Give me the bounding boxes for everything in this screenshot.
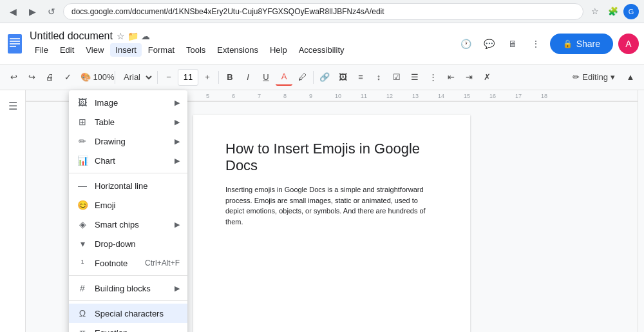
browser-icons: ☆ 🧩 G xyxy=(587,4,639,19)
building-blocks-label: Building blocks xyxy=(95,284,168,293)
image-insert-button[interactable]: 🖼 xyxy=(334,69,351,86)
doc-title-row: Untitled document ☆ 📁 ☁ xyxy=(30,30,350,42)
menu-item-smart-chips[interactable]: ◈ Smart chips ▶ xyxy=(69,215,187,234)
link-button[interactable]: 🔗 xyxy=(316,69,333,86)
svg-text:15: 15 xyxy=(464,93,470,99)
document-body[interactable]: Inserting emojis in Google Docs is a sim… xyxy=(225,184,438,227)
increase-indent-button[interactable]: ⇥ xyxy=(460,69,477,86)
chevron-down-icon: ▾ xyxy=(611,72,615,82)
doc-title[interactable]: Untitled document xyxy=(30,30,113,42)
font-size-area: − + xyxy=(160,69,216,86)
menu-item-horizontal-line[interactable]: — Horizontal line xyxy=(69,176,187,195)
menu-accessibility[interactable]: Accessibility xyxy=(294,43,350,57)
left-sidebar: ☰ xyxy=(0,90,26,332)
menu-item-equation[interactable]: π Equation xyxy=(69,323,187,332)
svg-text:18: 18 xyxy=(541,93,547,99)
app-header: Untitled document ☆ 📁 ☁ File Edit View I… xyxy=(0,23,644,64)
emoji-menu-icon: 😊 xyxy=(77,199,88,211)
history-icon[interactable]: 🕐 xyxy=(457,35,475,53)
svg-text:9: 9 xyxy=(309,93,312,99)
paint-format-button[interactable]: 🎨 xyxy=(77,69,94,86)
font-size-input[interactable] xyxy=(178,69,198,86)
docs-logo xyxy=(5,32,24,56)
highlight-button[interactable]: 🖊 xyxy=(294,69,310,86)
right-scrollbar[interactable] xyxy=(638,90,644,332)
menu-item-special-characters[interactable]: Ω Special characters xyxy=(69,304,187,323)
menu-view[interactable]: View xyxy=(80,43,109,57)
outline-icon[interactable]: ☰ xyxy=(3,95,23,116)
equation-menu-icon: π xyxy=(77,327,88,332)
spellcheck-button[interactable]: ✓ xyxy=(59,69,76,86)
decrease-font-button[interactable]: − xyxy=(160,69,177,86)
menu-file[interactable]: File xyxy=(30,43,53,57)
main-area: ☰ 1 2 3 4 5 6 7 8 9 10 11 12 13 14 xyxy=(0,90,644,332)
move-icon[interactable]: 📁 xyxy=(128,31,138,41)
document-title[interactable]: How to Insert Emojis in Google Docs xyxy=(225,141,438,174)
forward-button[interactable]: ▶ xyxy=(24,4,40,19)
star-icon[interactable]: ☆ xyxy=(117,31,125,41)
back-button[interactable]: ◀ xyxy=(5,4,21,19)
browser-bar: ◀ ▶ ↺ docs.google.com/document/d/1KNSbe4… xyxy=(0,0,644,23)
zoom-button[interactable]: 100% xyxy=(95,69,112,86)
menu-item-footnote[interactable]: ¹ Footnote Ctrl+Alt+F xyxy=(69,253,187,273)
svg-rect-2 xyxy=(10,41,20,42)
font-family-select[interactable]: Arial xyxy=(118,69,155,86)
address-bar[interactable]: docs.google.com/document/d/1KNSbe4xEry2U… xyxy=(63,3,583,20)
editing-mode-button[interactable]: ✏ Editing ▾ xyxy=(565,69,622,85)
clear-formatting-button[interactable]: ✗ xyxy=(478,69,495,86)
increase-font-button[interactable]: + xyxy=(199,69,216,86)
menu-item-drawing[interactable]: ✏ Drawing ▶ xyxy=(69,132,187,151)
smart-menu-icon: ◈ xyxy=(77,219,88,230)
decrease-indent-button[interactable]: ⇤ xyxy=(442,69,459,86)
svg-text:7: 7 xyxy=(258,93,261,99)
bold-button[interactable]: B xyxy=(222,69,238,86)
checklist-button[interactable]: ☑ xyxy=(388,69,405,86)
menu-insert[interactable]: Insert xyxy=(110,43,142,57)
menu-item-building-blocks[interactable]: # Building blocks ▶ xyxy=(69,278,187,298)
line-spacing-button[interactable]: ↕ xyxy=(370,69,387,86)
menu-item-chart[interactable]: 📊 Chart ▶ xyxy=(69,151,187,170)
divider-2 xyxy=(157,71,158,84)
profile-icon[interactable]: G xyxy=(623,4,639,19)
underline-button[interactable]: U xyxy=(258,69,274,86)
menu-item-table[interactable]: ⊞ Table ▶ xyxy=(69,112,187,132)
extensions-icon[interactable]: 🧩 xyxy=(605,4,621,19)
menu-extensions[interactable]: Extensions xyxy=(212,43,263,57)
table-label: Table xyxy=(95,117,168,127)
divider-4 xyxy=(313,71,314,84)
text-color-button[interactable]: A xyxy=(276,69,292,86)
italic-button[interactable]: I xyxy=(240,69,256,86)
bookmark-star-icon[interactable]: ☆ xyxy=(587,4,603,19)
chat-icon[interactable]: 💬 xyxy=(480,35,498,53)
hr-menu-icon: — xyxy=(77,180,88,191)
svg-text:13: 13 xyxy=(412,93,419,99)
menu-item-dropdown[interactable]: ▾ Drop-down xyxy=(69,234,187,253)
divider-c xyxy=(69,300,187,301)
more-icon[interactable]: ⋮ xyxy=(527,35,545,53)
align-left-button[interactable]: ≡ xyxy=(352,69,369,86)
menu-item-emoji[interactable]: 😊 Emoji xyxy=(69,195,187,215)
equation-label: Equation xyxy=(95,328,180,333)
share-button[interactable]: 🔒 Share xyxy=(550,34,613,54)
chart-label: Chart xyxy=(95,156,168,166)
menu-help[interactable]: Help xyxy=(265,43,292,57)
user-avatar[interactable]: A xyxy=(618,34,639,54)
menu-edit[interactable]: Edit xyxy=(55,43,79,57)
present-icon[interactable]: 🖥 xyxy=(504,35,522,53)
collapse-toolbar-button[interactable]: ▲ xyxy=(622,69,639,86)
numbered-list-button[interactable]: ⋮ xyxy=(424,69,441,86)
smart-chips-label: Smart chips xyxy=(95,220,168,229)
print-button[interactable]: 🖨 xyxy=(41,69,58,86)
reload-button[interactable]: ↺ xyxy=(44,4,59,19)
menu-item-image[interactable]: 🖼 Image ▶ xyxy=(69,93,187,112)
drawing-arrow: ▶ xyxy=(175,137,180,146)
redo-button[interactable]: ↪ xyxy=(23,69,40,86)
cloud-icon[interactable]: ☁ xyxy=(141,31,150,41)
undo-button[interactable]: ↩ xyxy=(5,69,22,86)
chart-arrow: ▶ xyxy=(175,157,180,165)
pencil-icon: ✏ xyxy=(573,72,580,82)
footnote-menu-icon: ¹ xyxy=(77,257,88,269)
menu-tools[interactable]: Tools xyxy=(181,43,211,57)
bullet-list-button[interactable]: ☰ xyxy=(406,69,423,86)
menu-format[interactable]: Format xyxy=(143,43,180,57)
